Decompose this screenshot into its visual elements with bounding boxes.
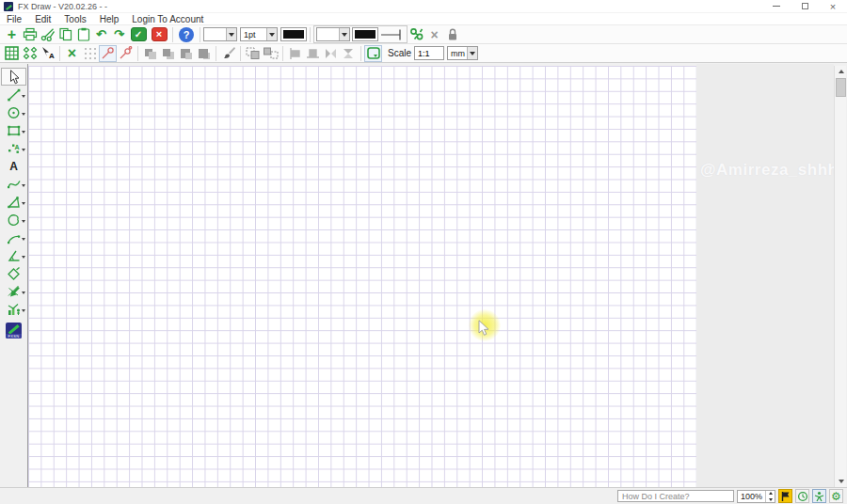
zoom-spinner[interactable]: 100% bbox=[737, 490, 775, 503]
help-button[interactable]: ? bbox=[176, 26, 197, 43]
arc-tool[interactable] bbox=[1, 228, 26, 246]
line-tool[interactable] bbox=[1, 86, 26, 103]
line-color-button[interactable] bbox=[280, 27, 307, 41]
bring-forward-button[interactable] bbox=[159, 45, 177, 62]
ungroup-button[interactable] bbox=[262, 45, 280, 62]
menu-login[interactable]: Login To Account bbox=[125, 13, 210, 25]
line-width-select[interactable]: 1pt bbox=[240, 27, 278, 41]
snap-free-icon bbox=[119, 46, 133, 60]
send-to-back-button[interactable] bbox=[177, 45, 195, 62]
vector-tool[interactable] bbox=[1, 282, 26, 300]
menu-file[interactable]: File bbox=[0, 13, 28, 25]
separator bbox=[240, 46, 241, 61]
help-search-input[interactable] bbox=[617, 490, 734, 502]
question-icon: ? bbox=[179, 27, 194, 42]
scrollbar-thumb[interactable] bbox=[836, 78, 846, 97]
menu-tools[interactable]: Tools bbox=[57, 13, 92, 25]
lock-icon bbox=[446, 27, 459, 41]
annotation-tool[interactable]: A bbox=[1, 139, 26, 157]
circle-tool[interactable] bbox=[1, 103, 26, 121]
separator bbox=[310, 27, 311, 42]
link-icon bbox=[409, 27, 424, 41]
snap-point-icon bbox=[101, 46, 115, 60]
fill-pattern-select[interactable] bbox=[316, 27, 350, 41]
bring-to-front-button[interactable] bbox=[195, 45, 213, 62]
redo-button[interactable]: ↷ bbox=[110, 26, 128, 43]
pencil-icon bbox=[8, 324, 20, 334]
lock-button[interactable] bbox=[443, 26, 461, 43]
delete-attributes-button[interactable]: × bbox=[425, 26, 443, 43]
polygon-tool[interactable] bbox=[1, 193, 26, 211]
rectangle-tool[interactable] bbox=[1, 121, 26, 139]
cut-button[interactable] bbox=[39, 26, 56, 43]
unit-select[interactable]: mm bbox=[447, 46, 478, 60]
print-button[interactable] bbox=[21, 26, 39, 43]
fill-tool[interactable] bbox=[1, 264, 26, 282]
curve-tool[interactable] bbox=[1, 175, 26, 193]
copy-button[interactable] bbox=[56, 26, 74, 43]
blob-icon bbox=[7, 213, 22, 228]
menu-edit[interactable]: Edit bbox=[28, 13, 57, 25]
align-bottom-button[interactable] bbox=[304, 45, 322, 62]
flip-vertical-button[interactable] bbox=[340, 45, 358, 62]
gear-icon: ⚙ bbox=[831, 491, 841, 502]
graph-tool[interactable] bbox=[1, 300, 26, 318]
dynamic-mode-button[interactable] bbox=[812, 489, 826, 503]
paste-icon bbox=[76, 27, 91, 41]
select-text-button[interactable]: A bbox=[39, 45, 56, 62]
freeform-shape-tool[interactable] bbox=[1, 211, 26, 228]
pattern-grid-button[interactable] bbox=[21, 45, 39, 62]
line-style-select[interactable] bbox=[203, 27, 237, 41]
flip-horizontal-button[interactable] bbox=[322, 45, 340, 62]
paste-button[interactable] bbox=[74, 26, 92, 43]
vertical-scrollbar[interactable] bbox=[834, 66, 846, 487]
settings-button[interactable]: ⚙ bbox=[829, 489, 843, 503]
new-page-button[interactable] bbox=[364, 45, 382, 62]
history-button[interactable] bbox=[795, 489, 809, 503]
chevron-down-icon bbox=[22, 202, 25, 205]
scroll-down-button[interactable] bbox=[835, 476, 847, 487]
select-tool[interactable] bbox=[1, 68, 26, 86]
scale-input[interactable] bbox=[414, 46, 444, 60]
titlebar: FX Draw - V20.02.26 - - × bbox=[0, 0, 847, 13]
snap-point-button[interactable] bbox=[99, 45, 117, 62]
line-end-style-icon[interactable] bbox=[380, 28, 405, 41]
scroll-up-button[interactable] bbox=[835, 66, 847, 77]
cancel-button[interactable]: × bbox=[149, 26, 169, 43]
chart-icon bbox=[7, 302, 22, 317]
dot-grid-button[interactable] bbox=[81, 45, 99, 62]
bring-forward-icon bbox=[161, 47, 176, 60]
maximize-button[interactable] bbox=[791, 0, 819, 13]
green-x-icon: × bbox=[68, 45, 76, 62]
zoom-spin-buttons[interactable] bbox=[765, 491, 775, 502]
text-tool[interactable]: A bbox=[1, 157, 26, 175]
angle-tool[interactable] bbox=[1, 246, 26, 264]
grid-toggle-button[interactable] bbox=[3, 45, 21, 62]
link-attributes-button[interactable] bbox=[408, 26, 425, 43]
copy-icon bbox=[58, 27, 73, 41]
app-icon bbox=[4, 2, 13, 11]
fill-color-button[interactable] bbox=[352, 27, 378, 41]
close-button[interactable]: × bbox=[819, 0, 847, 13]
statusbar: 100% ⚙ bbox=[0, 487, 847, 504]
align-left-button[interactable] bbox=[286, 45, 304, 62]
clear-canvas-button[interactable]: × bbox=[63, 45, 81, 62]
send-backward-button[interactable] bbox=[141, 45, 159, 62]
fx-sketch-button[interactable]: FXSN bbox=[1, 322, 26, 339]
minimize-button[interactable] bbox=[762, 0, 791, 13]
drawing-canvas[interactable] bbox=[28, 66, 696, 487]
menu-help[interactable]: Help bbox=[93, 13, 126, 25]
scissors-icon bbox=[40, 27, 56, 41]
undo-button[interactable]: ↶ bbox=[92, 26, 110, 43]
chevron-down-icon bbox=[22, 256, 25, 259]
chevron-down-icon bbox=[226, 28, 236, 40]
apply-button[interactable]: ✓ bbox=[128, 26, 149, 43]
align-left-icon bbox=[288, 47, 302, 60]
format-painter-button[interactable] bbox=[219, 45, 237, 62]
group-button[interactable] bbox=[244, 45, 262, 62]
new-button[interactable]: + bbox=[3, 26, 21, 43]
report-flag-button[interactable] bbox=[778, 489, 792, 503]
arc-icon bbox=[7, 230, 22, 245]
close-icon: × bbox=[830, 2, 836, 11]
snap-free-button[interactable] bbox=[117, 45, 135, 62]
